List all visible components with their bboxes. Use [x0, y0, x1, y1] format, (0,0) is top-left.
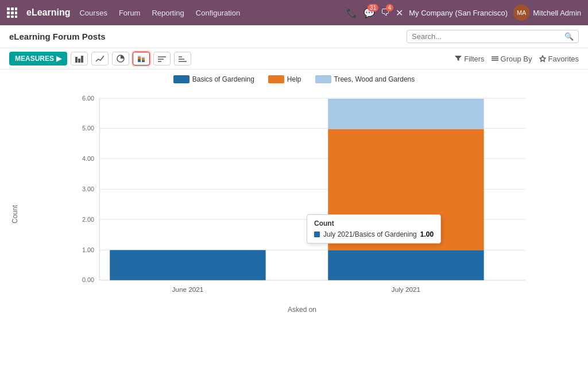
favorites-button[interactable]: Favorites: [539, 55, 579, 63]
svg-rect-1: [11, 7, 14, 10]
favorites-label: Favorites: [548, 55, 579, 63]
measures-button[interactable]: MEASURES ▶: [9, 52, 67, 65]
chat-badge-btn[interactable]: 🗨 4: [381, 7, 390, 18]
descending-sort-button[interactable]: [174, 52, 191, 65]
svg-rect-5: [15, 11, 17, 14]
legend-color-1: [268, 75, 284, 83]
nav-reporting[interactable]: Reporting: [152, 9, 184, 17]
legend-color-0: [173, 75, 189, 83]
nav-courses[interactable]: Courses: [79, 9, 107, 17]
top-navigation: eLearning Courses Forum Reporting Config…: [0, 0, 588, 25]
company-name: My Company (San Francisco): [409, 9, 508, 17]
groupby-label: Group By: [501, 55, 532, 63]
measures-label: MEASURES: [15, 55, 54, 63]
svg-rect-2: [15, 7, 17, 10]
svg-rect-9: [75, 57, 78, 63]
search-icon[interactable]: 🔍: [564, 32, 574, 41]
svg-text:1.00: 1.00: [82, 246, 94, 253]
legend-label-2: Trees, Wood and Gardens: [334, 75, 415, 83]
bar-chart-button[interactable]: [71, 52, 88, 65]
svg-rect-8: [15, 16, 17, 18]
svg-rect-6: [7, 16, 10, 18]
toolbar: MEASURES ▶: [0, 48, 588, 70]
ascending-sort-button[interactable]: [153, 52, 171, 65]
phone-icon[interactable]: 📞: [346, 7, 358, 18]
legend-item-0: Basics of Gardening: [173, 75, 254, 83]
legend-color-2: [315, 75, 331, 83]
pie-chart-button[interactable]: [112, 52, 129, 65]
bar-july-help[interactable]: [328, 129, 483, 250]
svg-text:6.00: 6.00: [82, 95, 94, 102]
bar-june-basics[interactable]: [110, 250, 265, 280]
bar-july-basics[interactable]: [328, 250, 483, 280]
svg-rect-18: [142, 57, 145, 58]
tools-icon[interactable]: ✕: [396, 7, 403, 18]
user-info[interactable]: MA Mitchell Admin: [513, 5, 581, 21]
main-content: eLearning Forum Posts 🔍 MEASURES ▶: [0, 25, 588, 378]
nav-links: Courses Forum Reporting Configuration: [79, 9, 337, 17]
svg-rect-7: [11, 16, 14, 18]
svg-rect-4: [11, 11, 14, 14]
bar-july-trees[interactable]: [328, 99, 483, 129]
chart-legend: Basics of Gardening Help Trees, Wood and…: [9, 75, 579, 83]
svg-text:3.00: 3.00: [82, 186, 94, 192]
svg-rect-13: [138, 59, 141, 62]
svg-rect-15: [138, 56, 141, 57]
app-name: eLearning: [26, 7, 70, 18]
filters-button[interactable]: Filters: [455, 55, 484, 63]
svg-rect-11: [81, 56, 83, 63]
chart-wrapper: Count 6.00 5.00 4.00 3.00: [9, 88, 579, 341]
messages-badge-btn[interactable]: 💬 31: [363, 7, 375, 18]
svg-text:0.00: 0.00: [82, 276, 94, 283]
x-axis-label: Asked on: [25, 306, 579, 314]
svg-text:July 2021: July 2021: [392, 286, 420, 293]
svg-text:4.00: 4.00: [82, 155, 94, 162]
measures-arrow: ▶: [56, 55, 61, 63]
chart-area: Basics of Gardening Help Trees, Wood and…: [0, 70, 588, 378]
groupby-button[interactable]: Group By: [492, 55, 532, 63]
svg-rect-10: [78, 59, 80, 63]
stacked-bar-button[interactable]: [133, 52, 150, 65]
messages-count: 31: [368, 4, 378, 11]
y-axis-label: Count: [9, 88, 21, 341]
app-grid-icon[interactable]: [7, 7, 17, 18]
filters-label: Filters: [464, 55, 484, 63]
chat-count: 4: [386, 4, 394, 11]
legend-item-1: Help: [268, 75, 301, 83]
line-chart-button[interactable]: [91, 52, 109, 65]
nav-right-items: 📞 💬 31 🗨 4 ✕ My Company (San Francisco) …: [346, 5, 581, 21]
user-name: Mitchell Admin: [533, 9, 581, 17]
legend-label-1: Help: [287, 75, 301, 83]
svg-rect-14: [138, 57, 141, 59]
svg-text:5.00: 5.00: [82, 125, 94, 132]
avatar: MA: [513, 5, 529, 21]
nav-configuration[interactable]: Configuration: [196, 9, 240, 17]
page-title: eLearning Forum Posts: [9, 32, 106, 41]
svg-marker-28: [540, 56, 546, 61]
svg-text:June 2021: June 2021: [172, 286, 204, 293]
legend-item-2: Trees, Wood and Gardens: [315, 75, 415, 83]
svg-rect-0: [7, 7, 10, 10]
chart-svg: 6.00 5.00 4.00 3.00 2.00 1.00 0.00: [25, 88, 579, 306]
svg-rect-16: [142, 60, 145, 62]
chart-inner: 6.00 5.00 4.00 3.00 2.00 1.00 0.00: [25, 88, 579, 341]
legend-label-0: Basics of Gardening: [192, 75, 254, 83]
nav-forum[interactable]: Forum: [119, 9, 141, 17]
svg-rect-17: [142, 58, 145, 60]
filter-group: Filters Group By Favorites: [455, 55, 579, 63]
search-input[interactable]: [412, 32, 564, 41]
search-bar[interactable]: 🔍: [407, 30, 579, 43]
page-header: eLearning Forum Posts 🔍: [0, 25, 588, 48]
svg-rect-3: [7, 11, 10, 14]
svg-text:2.00: 2.00: [82, 216, 94, 223]
